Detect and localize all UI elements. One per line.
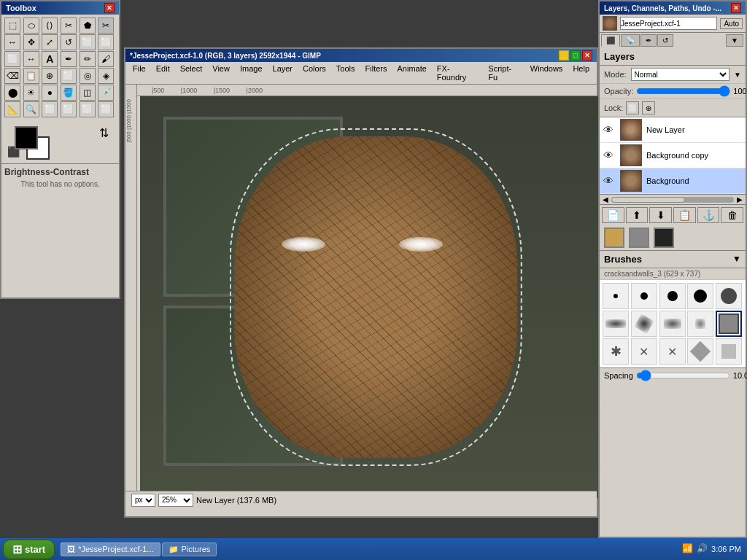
tool-flip[interactable]: ↔ — [23, 51, 39, 67]
tool-6-6[interactable]: ⬜ — [98, 101, 114, 117]
menu-select[interactable]: Select — [176, 63, 207, 82]
menu-edit[interactable]: Edit — [152, 63, 174, 82]
tool-free-select[interactable]: ⟨⟩ — [42, 18, 58, 34]
swap-colors-icon[interactable]: ⇅ — [99, 126, 109, 140]
tool-bucket-fill[interactable]: 🪣 — [61, 85, 77, 101]
menu-script-fu[interactable]: Script-Fu — [484, 63, 524, 82]
duplicate-layer-btn[interactable]: 📋 — [673, 207, 696, 223]
layer-row-new-layer[interactable]: 👁 New Layer — [600, 117, 746, 143]
tool-pencil[interactable]: ✏ — [80, 51, 96, 67]
brush-cell-6[interactable] — [603, 311, 629, 337]
mode-expand-btn[interactable]: ▼ — [734, 71, 741, 79]
delete-layer-btn[interactable]: 🗑 — [721, 207, 743, 223]
layer-visibility-background[interactable]: 👁 — [600, 175, 617, 187]
tool-text[interactable]: A — [42, 51, 58, 67]
tool-smudge[interactable]: ⬤ — [4, 85, 20, 101]
start-button[interactable]: ⊞ start — [3, 540, 55, 559]
maximize-button[interactable]: □ — [570, 50, 581, 61]
tool-fuzzy-select[interactable]: ✂ — [61, 18, 77, 34]
tool-6-3[interactable]: ⬜ — [42, 101, 58, 117]
tool-color-picker[interactable]: 💉 — [98, 85, 114, 101]
tool-blur[interactable]: ◎ — [80, 68, 96, 84]
lower-layer-btn[interactable]: ⬇ — [649, 207, 672, 223]
tab-channels[interactable]: 📡 — [621, 34, 640, 47]
menu-tools[interactable]: Tools — [332, 63, 360, 82]
brush-cell-8[interactable] — [659, 311, 686, 337]
menu-fx-foundry[interactable]: FX-Foundry — [433, 63, 483, 82]
brush-cell-9[interactable] — [687, 311, 713, 337]
close-button[interactable]: ✕ — [582, 50, 592, 61]
canvas[interactable] — [140, 96, 611, 498]
tool-eraser[interactable]: ⌫ — [4, 68, 20, 84]
tab-layers[interactable]: ⬛ — [601, 34, 620, 47]
units-select[interactable]: px — [131, 494, 155, 507]
brush-cell-2[interactable] — [631, 283, 657, 309]
tool-perspective-clone[interactable]: ⬜ — [61, 68, 77, 84]
layers-scroll-track[interactable] — [611, 197, 734, 203]
tool-paint[interactable]: 🖌 — [98, 51, 114, 67]
brush-cell-15[interactable] — [716, 338, 742, 365]
tool-path[interactable]: ✒ — [61, 51, 77, 67]
menu-layer[interactable]: Layer — [268, 63, 298, 82]
brush-cell-13[interactable]: ✕ — [659, 338, 686, 365]
color-chip-dark[interactable] — [654, 228, 674, 248]
tool-by-color[interactable]: ⬟ — [80, 18, 96, 34]
tool-align[interactable]: ✥ — [23, 34, 39, 50]
brush-cell-4[interactable] — [687, 283, 713, 309]
layers-panel-close[interactable]: ✕ — [731, 3, 741, 13]
tool-move[interactable]: ↔ — [4, 34, 20, 50]
color-chip-warm[interactable] — [604, 228, 624, 248]
brushes-panel-toggle[interactable]: ▼ — [732, 254, 741, 265]
auto-button[interactable]: Auto — [720, 18, 743, 29]
tool-heal[interactable]: ⊕ — [42, 68, 58, 84]
tool-shear[interactable]: ⬜ — [98, 34, 114, 50]
lock-pixels-btn[interactable]: ⬜ — [626, 101, 639, 114]
menu-filters[interactable]: Filters — [361, 63, 392, 82]
anchor-layer-btn[interactable]: ⚓ — [697, 207, 720, 223]
minimize-button[interactable]: _ — [559, 50, 569, 61]
tab-undo[interactable]: ↺ — [657, 34, 673, 47]
tool-burn[interactable]: ● — [42, 85, 58, 101]
taskbar-item-pictures[interactable]: 📁 Pictures — [162, 542, 217, 556]
tool-perspective[interactable]: ⬜ — [4, 51, 20, 67]
blend-mode-select[interactable]: Normal Multiply Screen Overlay — [631, 68, 730, 81]
layer-row-background[interactable]: 👁 Background — [600, 168, 746, 194]
tool-blend[interactable]: ◫ — [80, 85, 96, 101]
brush-cell-10[interactable] — [716, 311, 742, 337]
brush-cell-12[interactable]: ✕ — [631, 338, 657, 365]
menu-animate[interactable]: Animate — [392, 63, 430, 82]
tool-clone[interactable]: 📋 — [23, 68, 39, 84]
menu-view[interactable]: View — [208, 63, 234, 82]
menu-windows[interactable]: Windows — [526, 63, 568, 82]
layer-visibility-new-layer[interactable]: 👁 — [600, 124, 617, 136]
tool-zoom[interactable]: 🔍 — [23, 101, 39, 117]
layers-scroll-left[interactable]: ◀ — [600, 195, 611, 203]
foreground-color[interactable] — [15, 126, 38, 149]
brush-cell-1[interactable] — [603, 283, 629, 309]
brush-cell-5[interactable] — [716, 283, 742, 309]
brush-cell-3[interactable] — [659, 283, 686, 309]
tool-scissors[interactable]: ✂ — [98, 18, 114, 34]
menu-file[interactable]: File — [128, 63, 150, 82]
lock-position-btn[interactable]: ⊕ — [642, 101, 655, 114]
project-name-input[interactable] — [620, 17, 717, 30]
panel-menu-btn[interactable]: ▼ — [726, 34, 743, 47]
tool-measure[interactable]: 📐 — [4, 101, 20, 117]
tool-rotate[interactable]: ↺ — [61, 34, 77, 50]
tool-6-4[interactable]: ⬜ — [61, 101, 77, 117]
menu-image[interactable]: Image — [236, 63, 267, 82]
color-selector[interactable]: ⇅ ⬛ — [1, 120, 119, 160]
layers-scroll-right[interactable]: ▶ — [734, 195, 746, 203]
tool-crop[interactable]: ⤢ — [42, 34, 58, 50]
layers-scrollbar[interactable]: ◀ ▶ — [600, 194, 746, 204]
brush-cell-7[interactable] — [631, 311, 657, 337]
tool-sharpen[interactable]: ◈ — [98, 68, 114, 84]
layer-row-background-copy[interactable]: 👁 Background copy — [600, 143, 746, 168]
spacing-slider[interactable] — [636, 370, 730, 381]
zoom-select[interactable]: 25% 50% 100% — [158, 494, 193, 507]
menu-colors[interactable]: Colors — [298, 63, 330, 82]
tab-paths[interactable]: ✒ — [640, 34, 657, 47]
layers-scroll-thumb[interactable] — [611, 197, 685, 203]
raise-layer-btn[interactable]: ⬆ — [626, 207, 649, 223]
brush-cell-11[interactable]: ✱ — [603, 338, 629, 365]
